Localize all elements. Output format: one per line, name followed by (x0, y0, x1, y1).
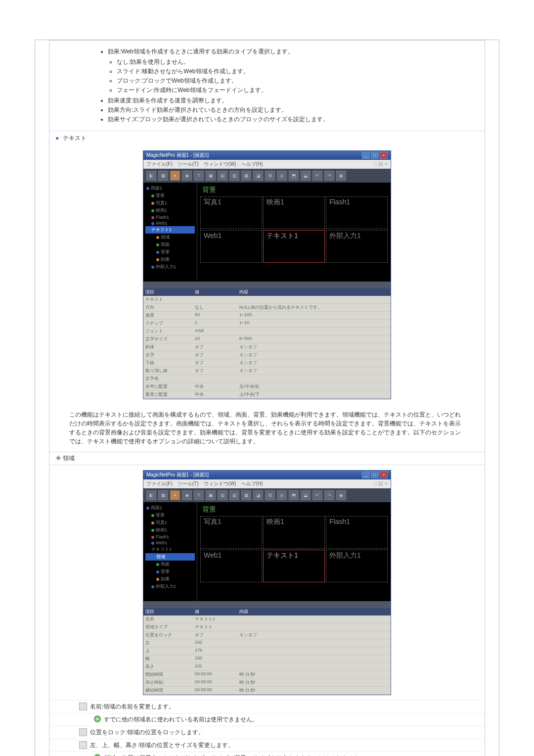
close-icon-2[interactable]: × (380, 472, 388, 478)
tree2-flash[interactable]: Flash1 (145, 534, 195, 540)
tool-8[interactable]: ▥ (229, 171, 239, 181)
tool-b8[interactable]: ▥ (229, 490, 239, 500)
close-icon[interactable]: × (380, 152, 388, 159)
maximize-icon[interactable]: □ (371, 152, 379, 159)
tool-b9[interactable]: ▦ (241, 490, 251, 500)
tool-10[interactable]: ◪ (253, 171, 263, 181)
tool-undo[interactable]: ↶ (312, 171, 322, 181)
region-movie[interactable]: 映画1 (263, 196, 325, 229)
mdi-controls-2[interactable]: □ 回 × (374, 480, 388, 487)
tool-b15[interactable]: ↶ (312, 490, 322, 500)
region-photo[interactable]: 写真1 (200, 196, 262, 229)
tool-3[interactable]: ● (170, 171, 180, 181)
table-row: 速度501~100 (143, 312, 391, 320)
tool-redo[interactable]: ↷ (324, 171, 334, 181)
region2-flash[interactable]: Flash1 (326, 516, 388, 549)
tree-movie[interactable]: 映画1 (145, 207, 195, 214)
tool-b14[interactable]: ⬓ (301, 490, 311, 500)
menu-file[interactable]: ファイル(F) (146, 161, 173, 168)
region-flash[interactable]: Flash1 (326, 196, 388, 229)
maximize-icon-2[interactable]: □ (371, 472, 379, 478)
menu-help[interactable]: ヘルプ(H) (241, 161, 263, 168)
tree-text[interactable]: テキスト1 (145, 226, 195, 234)
tree2-text[interactable]: テキスト1 (145, 546, 195, 553)
tree-bg[interactable]: 背景 (145, 192, 195, 199)
region2-ext[interactable]: 外部入力1 (326, 550, 388, 582)
tool-12[interactable]: ◎ (277, 171, 287, 181)
tool-b12[interactable]: ◎ (277, 490, 287, 500)
menu-window[interactable]: ウィンドウ(W) (204, 161, 236, 168)
region-text[interactable]: テキスト1 (263, 230, 325, 263)
tree-text-effect[interactable]: 効果 (145, 256, 195, 263)
mdi-controls[interactable]: □ 回 × (374, 161, 388, 168)
tool-b1[interactable]: ◧ (146, 490, 156, 500)
region-screenshot: MagicNetPro 画面1 - [画面1] _ □ × ファイル(F) ツー… (49, 465, 485, 700)
tree-web[interactable]: Web1 (145, 220, 195, 226)
tree2-text-bg[interactable]: 背景 (145, 568, 195, 575)
tree-flash[interactable]: Flash1 (145, 214, 195, 220)
tree-text-screen[interactable]: 画面 (145, 241, 195, 248)
tree2-root[interactable]: 画面1 (145, 504, 195, 512)
note-name-warning: + すでに他の領域名に使われている名前は使用できません。 (49, 713, 485, 726)
note-name: 名前:領域の名前を変更します。 (49, 700, 485, 713)
tool-7[interactable]: ▤ (218, 171, 227, 181)
tool-1[interactable]: ◧ (146, 171, 156, 181)
menu-tool[interactable]: ツール(T) (178, 161, 199, 168)
tool-9[interactable]: ▦ (241, 171, 251, 181)
tree2-text-region[interactable]: 領域 (145, 553, 195, 561)
tool-b2[interactable]: ▦ (158, 490, 168, 500)
tree-text-region[interactable]: 領域 (145, 234, 195, 241)
tree-photo[interactable]: 写真1 (145, 199, 195, 207)
bullet-icon-2 (79, 728, 87, 736)
tool-b6[interactable]: ▣ (206, 490, 216, 500)
tool-text[interactable]: T (194, 171, 204, 181)
tool-b16[interactable]: ↷ (324, 490, 334, 500)
tool-b10[interactable]: ◪ (253, 490, 263, 500)
tool-4[interactable]: ◆ (182, 171, 192, 181)
tree2-bg[interactable]: 背景 (145, 512, 195, 519)
minimize-icon[interactable]: _ (362, 152, 370, 159)
minimize-icon-2[interactable]: _ (362, 472, 370, 478)
hscroll-2[interactable] (143, 601, 391, 608)
region2-movie[interactable]: 映画1 (263, 516, 325, 549)
region-ext[interactable]: 外部入力1 (326, 230, 388, 263)
tree2-web[interactable]: Web1 (145, 540, 195, 546)
tool-b11[interactable]: ₪ (265, 490, 275, 500)
tree-root[interactable]: 画面1 (145, 185, 195, 192)
tool-b5[interactable]: T (194, 490, 204, 500)
tree2-movie[interactable]: 映画1 (145, 526, 195, 534)
tool-b13[interactable]: ⬒ (289, 490, 299, 500)
tool-11[interactable]: ₪ (265, 171, 275, 181)
region-web[interactable]: Web1 (200, 230, 262, 263)
table-row: 斜体オフオンオフ (143, 343, 391, 351)
tree2-text-screen[interactable]: 画面 (145, 561, 195, 568)
table-row: 名前テキスト1 (143, 615, 391, 623)
table-row: 上179 (143, 647, 391, 655)
table-row: 垂直に配置中央上/中央/下 (143, 391, 391, 399)
tool-14[interactable]: ⬓ (301, 171, 311, 181)
tree2-photo[interactable]: 写真1 (145, 519, 195, 526)
tool-b7[interactable]: ▤ (218, 490, 227, 500)
tree2-ext[interactable]: 外部入力1 (145, 583, 195, 590)
tool-17[interactable]: ◉ (336, 171, 346, 181)
region2-text[interactable]: テキスト1 (263, 550, 325, 582)
tool-b3[interactable]: ● (170, 490, 180, 500)
hscroll[interactable] (143, 282, 391, 288)
table-row: 位置をロックオフオンオフ (143, 631, 391, 639)
tree2-text-effect[interactable]: 効果 (145, 575, 195, 583)
region2-photo[interactable]: 写真1 (200, 516, 262, 549)
tree-text-bg[interactable]: 背景 (145, 248, 195, 256)
tool-6[interactable]: ▣ (206, 171, 216, 181)
menu-file-2[interactable]: ファイル(F) (146, 480, 173, 487)
menu-tool-2[interactable]: ツール(T) (178, 480, 199, 487)
plus-icon-2: + (94, 754, 101, 756)
tool-b4[interactable]: ◆ (182, 490, 192, 500)
menu-window-2[interactable]: ウィンドウ(W) (204, 480, 236, 487)
text-section-heading: テキスト (49, 131, 485, 145)
menu-help-2[interactable]: ヘルプ(H) (241, 480, 263, 487)
region2-web[interactable]: Web1 (200, 550, 262, 582)
tool-b17[interactable]: ◉ (336, 490, 346, 500)
tool-2[interactable]: ▦ (158, 171, 168, 181)
tree-ext[interactable]: 外部入力1 (145, 263, 195, 271)
tool-13[interactable]: ⬒ (289, 171, 299, 181)
